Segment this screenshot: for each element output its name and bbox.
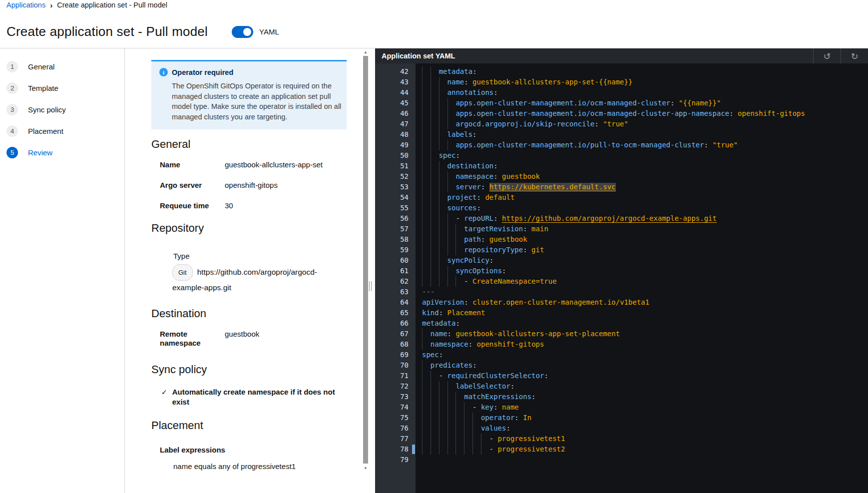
indent-guide — [455, 245, 464, 255]
indent-guide — [439, 213, 447, 224]
yaml-token: : — [544, 372, 548, 380]
breadcrumb-link-applications[interactable]: Applications — [6, 1, 45, 9]
indent-guide — [464, 413, 472, 423]
scroll-up-icon[interactable]: ▲ — [363, 50, 368, 54]
code-line: metadata: — [422, 318, 868, 329]
indent-guide — [447, 423, 456, 434]
indent-guide — [422, 339, 431, 350]
yaml-token: - — [489, 445, 498, 453]
yaml-token: argocd.argoproj.io/skip-reconcile — [455, 120, 594, 128]
yaml-token: : — [477, 204, 481, 212]
code-line: spec: — [422, 350, 868, 360]
yaml-token: progressivetest2 — [498, 445, 565, 453]
step-label: Placement — [28, 127, 63, 135]
line-number: 68 — [375, 339, 416, 350]
line-number: 75 — [375, 413, 416, 423]
yaml-token: values — [481, 424, 506, 432]
wizard-step-review[interactable]: 5Review — [6, 147, 52, 158]
row-requeue-time: Requeue time 30 — [160, 201, 351, 210]
code-line: server: https://kubernetes.default.svc — [422, 182, 868, 192]
code-line: name: guestbook-allclusters-app-set-{{na… — [422, 77, 868, 87]
indent-guide — [431, 108, 439, 119]
yaml-toggle[interactable] — [232, 26, 253, 38]
indent-guide — [422, 413, 431, 423]
page: Applications › Create application set - … — [0, 0, 868, 493]
row-remote-namespace: Remote namespace guestbook — [160, 330, 351, 348]
indent-guide — [464, 444, 472, 455]
yaml-token: : — [464, 78, 468, 86]
destination-rows: Remote namespace guestbook — [160, 330, 351, 348]
indent-guide — [431, 150, 439, 161]
yaml-token: : — [493, 214, 502, 222]
yaml-token: repositoryType — [464, 246, 523, 254]
indent-guide — [455, 402, 464, 413]
step-label: Sync policy — [28, 105, 66, 114]
yaml-token: spec — [439, 151, 456, 159]
indent-guide — [431, 98, 439, 108]
yaml-token: metadata — [439, 67, 472, 75]
line-number: 43 — [375, 77, 416, 87]
code-line: spec: — [422, 150, 868, 161]
yaml-token: : — [455, 151, 459, 159]
panel-resize-handle[interactable] — [369, 281, 372, 291]
line-number: 70 — [375, 360, 416, 371]
indent-guide — [447, 381, 456, 392]
check-icon: ✓ — [161, 387, 167, 407]
line-number: 59 — [375, 245, 416, 255]
indent-guide — [447, 171, 456, 182]
git-type-badge: Git — [172, 264, 193, 281]
line-number: 54 — [375, 192, 416, 203]
redo-button[interactable]: ↻ — [841, 48, 868, 63]
indent-guide — [455, 434, 464, 444]
editor-code-area[interactable]: metadata:name: guestbook-allclusters-app… — [416, 63, 868, 493]
code-line: metadata: — [422, 66, 868, 77]
indent-guide — [431, 192, 439, 203]
indent-guide — [439, 402, 447, 413]
yaml-token: : — [447, 330, 451, 338]
wizard-step-general[interactable]: 1General — [6, 61, 54, 72]
line-number: 55 — [375, 203, 416, 213]
code-line: project: default — [422, 192, 868, 203]
sync-policy-text: Automatically create namespace if it doe… — [172, 387, 338, 407]
review-scrollbar[interactable]: ▲ ▼ — [362, 48, 369, 493]
yaml-token: : — [531, 393, 535, 401]
code-line: - requiredClusterSelector: — [422, 371, 868, 381]
code-line: operator: In — [422, 413, 868, 423]
undo-button[interactable]: ↺ — [813, 48, 841, 63]
yaml-token: : — [523, 225, 527, 233]
yaml-link[interactable]: https://github.com/argoproj/argocd-examp… — [502, 214, 717, 223]
yaml-editor[interactable]: 4243444546474849505152535455565758596061… — [375, 63, 868, 493]
code-line: values: — [422, 423, 868, 434]
yaml-token: name — [431, 330, 447, 338]
yaml-link[interactable]: https://kubernetes.default.svc — [489, 183, 616, 191]
yaml-token: guestbook — [485, 235, 527, 243]
code-line: annotations: — [422, 87, 868, 98]
indent-guide — [464, 402, 472, 413]
indent-guide — [439, 140, 447, 150]
line-number: 56 — [375, 213, 416, 224]
info-alert: i Operator required The OpenShift GitOps… — [151, 60, 347, 129]
scrollbar-thumb[interactable] — [363, 56, 368, 464]
yaml-token: : — [506, 424, 510, 432]
yaml-token: syncPolicy — [447, 256, 489, 264]
indent-guide — [481, 444, 489, 455]
indent-guide — [472, 413, 481, 423]
label-expressions-label: Label expressions — [160, 446, 351, 454]
wizard-step-placement[interactable]: 4Placement — [6, 125, 63, 137]
indent-guide — [447, 434, 456, 444]
indent-guide — [431, 276, 439, 287]
wizard-step-sync-policy[interactable]: 3Sync policy — [6, 104, 66, 115]
scroll-down-icon[interactable]: ▼ — [363, 466, 368, 471]
indent-guide — [439, 129, 447, 140]
indent-guide — [439, 234, 447, 245]
indent-guide — [431, 171, 439, 182]
indent-guide — [422, 98, 431, 108]
yaml-token: : — [481, 183, 489, 191]
indent-guide — [439, 423, 447, 434]
indent-guide — [455, 423, 464, 434]
line-number: 48 — [375, 129, 416, 140]
wizard-step-template[interactable]: 2Template — [6, 82, 58, 94]
indent-guide — [431, 423, 439, 434]
yaml-token: operator — [481, 414, 514, 422]
indent-guide — [455, 224, 464, 234]
